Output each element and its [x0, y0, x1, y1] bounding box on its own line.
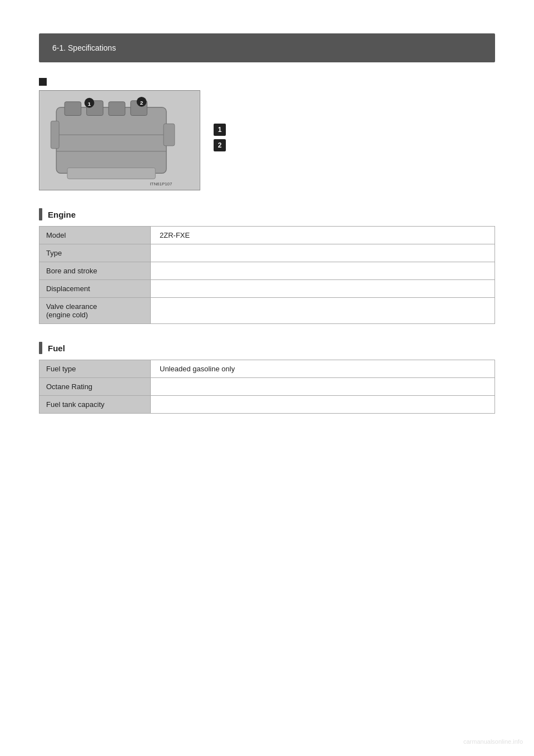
svg-rect-4: [108, 102, 125, 116]
svg-text:ITN61P107: ITN61P107: [150, 181, 172, 186]
engine-label-1: Type: [39, 244, 151, 262]
engine-value-0: 2ZR-FXE: [151, 227, 495, 244]
fuel-spec-table: Fuel typeUnleaded gasoline onlyOctane Ra…: [39, 360, 495, 414]
label-2-num: 2: [214, 139, 226, 151]
header-title: 6-1. Specifications: [52, 43, 116, 52]
fuel-label-2: Fuel tank capacity: [39, 396, 151, 414]
engine-label-0: Model: [39, 227, 151, 244]
fuel-section-heading: Fuel: [39, 342, 495, 354]
engine-section-heading: Engine: [39, 208, 495, 220]
svg-text:2: 2: [140, 100, 144, 106]
diagram-section-indicator: [39, 78, 495, 86]
engine-label-2: Bore and stroke: [39, 262, 151, 280]
engine-value-3: [151, 280, 495, 298]
fuel-heading-bar: [39, 342, 42, 354]
fuel-value-1: [151, 378, 495, 396]
fuel-label-1: Octane Rating: [39, 378, 151, 396]
fuel-row-0: Fuel typeUnleaded gasoline only: [39, 360, 495, 378]
engine-label-3: Displacement: [39, 280, 151, 298]
diagram-section: 1 2 ITN61P107 1 2: [39, 90, 495, 190]
main-content: 1 2 ITN61P107 1 2 Engine Model2ZR-FXETyp…: [39, 62, 495, 414]
diagram-labels: 1 2: [214, 90, 229, 151]
engine-value-2: [151, 262, 495, 280]
engine-value-4: [151, 298, 495, 324]
engine-row-1: Type: [39, 244, 495, 262]
engine-heading-text: Engine: [48, 210, 76, 219]
engine-row-4: Valve clearance (engine cold): [39, 298, 495, 324]
svg-text:1: 1: [88, 101, 91, 107]
svg-rect-2: [65, 102, 81, 116]
watermark: carmanualsonline.info: [463, 738, 523, 745]
fuel-label-0: Fuel type: [39, 360, 151, 378]
svg-rect-9: [164, 124, 175, 146]
fuel-value-0: Unleaded gasoline only: [151, 360, 495, 378]
fuel-value-2: [151, 396, 495, 414]
engine-row-3: Displacement: [39, 280, 495, 298]
engine-value-1: [151, 244, 495, 262]
svg-rect-8: [51, 121, 59, 148]
engine-label-4: Valve clearance (engine cold): [39, 298, 151, 324]
fuel-row-2: Fuel tank capacity: [39, 396, 495, 414]
header-bar: 6-1. Specifications: [39, 33, 495, 62]
section-black-square: [39, 78, 47, 86]
engine-spec-table: Model2ZR-FXETypeBore and strokeDisplacem…: [39, 226, 495, 324]
fuel-heading-text: Fuel: [48, 343, 65, 353]
diagram-label-1: 1: [214, 124, 229, 136]
label-1-num: 1: [214, 124, 226, 136]
engine-diagram: 1 2 ITN61P107: [39, 90, 200, 190]
diagram-label-2: 2: [214, 139, 229, 151]
svg-rect-1: [56, 107, 166, 174]
fuel-row-1: Octane Rating: [39, 378, 495, 396]
engine-row-0: Model2ZR-FXE: [39, 227, 495, 244]
engine-row-2: Bore and stroke: [39, 262, 495, 280]
engine-heading-bar: [39, 208, 42, 220]
svg-rect-10: [67, 168, 155, 179]
